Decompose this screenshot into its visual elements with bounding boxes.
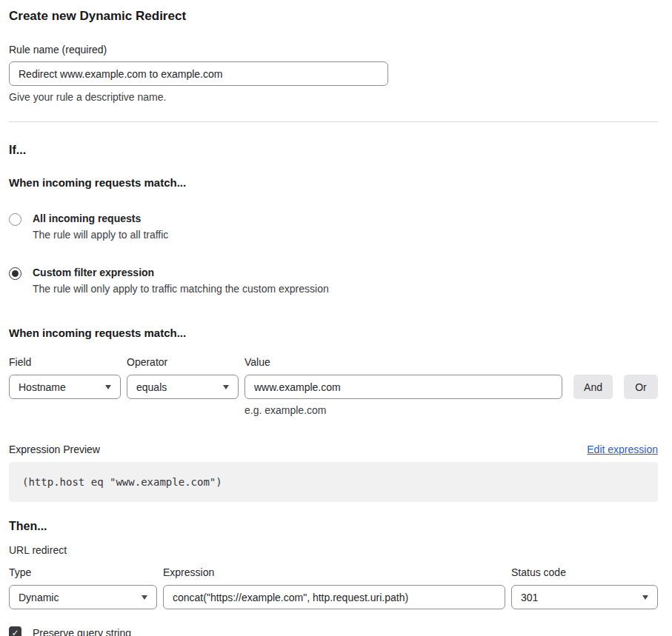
field-label: Field <box>9 356 121 368</box>
option-custom-filter-text: Custom filter expression The rule will o… <box>33 267 329 295</box>
then-heading: Then... <box>9 519 658 534</box>
expression-preview-code: (http.host eq "www.example.com") <box>9 462 658 502</box>
rule-name-input[interactable] <box>9 61 388 86</box>
expression-input[interactable] <box>163 585 505 609</box>
chevron-down-icon <box>642 595 648 600</box>
field-select-value: Hostname <box>19 381 66 393</box>
url-redirect-label: URL redirect <box>9 544 658 556</box>
value-helper: e.g. example.com <box>244 404 562 416</box>
field-column: Field Hostname <box>9 356 121 399</box>
or-button[interactable]: Or <box>624 375 658 399</box>
match-heading: When incoming requests match... <box>9 176 658 190</box>
type-select-value: Dynamic <box>19 592 59 603</box>
option-custom-filter-label: Custom filter expression <box>33 267 329 279</box>
expression-column: Expression <box>163 566 505 609</box>
expression-preview-label: Expression Preview <box>9 443 100 455</box>
condition-builder-row: Field Hostname Operator equals Value e.g… <box>9 356 658 416</box>
option-all-incoming-description: The rule will apply to all traffic <box>33 229 168 241</box>
option-all-incoming-text: All incoming requests The rule will appl… <box>33 212 168 241</box>
status-code-select-value: 301 <box>521 592 538 603</box>
chevron-down-icon <box>223 385 229 389</box>
type-select[interactable]: Dynamic <box>9 585 157 609</box>
field-select[interactable]: Hostname <box>9 375 121 399</box>
if-heading: If... <box>9 143 658 158</box>
checkbox-checked-icon[interactable]: ✓ <box>9 626 21 636</box>
operator-select-value: equals <box>136 381 167 393</box>
expression-preview-row: Expression Preview Edit expression <box>9 443 658 455</box>
condition-heading: When incoming requests match... <box>9 327 658 340</box>
rule-name-helper: Give your rule a descriptive name. <box>9 91 658 103</box>
chevron-down-icon <box>105 385 111 389</box>
rule-name-label: Rule name (required) <box>9 44 658 56</box>
option-custom-filter-expression[interactable]: Custom filter expression The rule will o… <box>9 267 658 295</box>
preserve-query-label: Preserve query string <box>33 627 131 636</box>
type-label: Type <box>9 566 157 578</box>
create-redirect-form: Create new Dynamic Redirect Rule name (r… <box>0 0 672 636</box>
chevron-down-icon <box>142 595 147 600</box>
expression-label: Expression <box>163 566 505 578</box>
and-button[interactable]: And <box>573 375 613 399</box>
option-custom-filter-description: The rule will only apply to traffic matc… <box>33 283 329 295</box>
page-title: Create new Dynamic Redirect <box>9 8 658 24</box>
operator-column: Operator equals <box>127 356 239 399</box>
value-label: Value <box>244 356 562 368</box>
status-code-column: Status code 301 <box>511 566 658 609</box>
status-code-select[interactable]: 301 <box>511 585 658 609</box>
option-all-incoming-label: All incoming requests <box>33 212 168 225</box>
operator-label: Operator <box>127 356 239 368</box>
radio-custom-filter-icon[interactable] <box>9 267 21 280</box>
value-column: Value e.g. example.com <box>244 356 562 416</box>
preserve-query-option[interactable]: ✓ Preserve query string <box>9 626 658 636</box>
value-input[interactable] <box>244 375 562 399</box>
option-all-incoming-requests[interactable]: All incoming requests The rule will appl… <box>9 212 658 241</box>
radio-all-incoming-icon[interactable] <box>9 213 21 226</box>
operator-select[interactable]: equals <box>127 375 239 399</box>
type-column: Type Dynamic <box>9 566 157 609</box>
edit-expression-link[interactable]: Edit expression <box>587 443 658 455</box>
status-code-label: Status code <box>511 566 658 578</box>
redirect-settings-row: Type Dynamic Expression Status code 301 <box>9 566 658 609</box>
section-divider <box>9 121 658 122</box>
